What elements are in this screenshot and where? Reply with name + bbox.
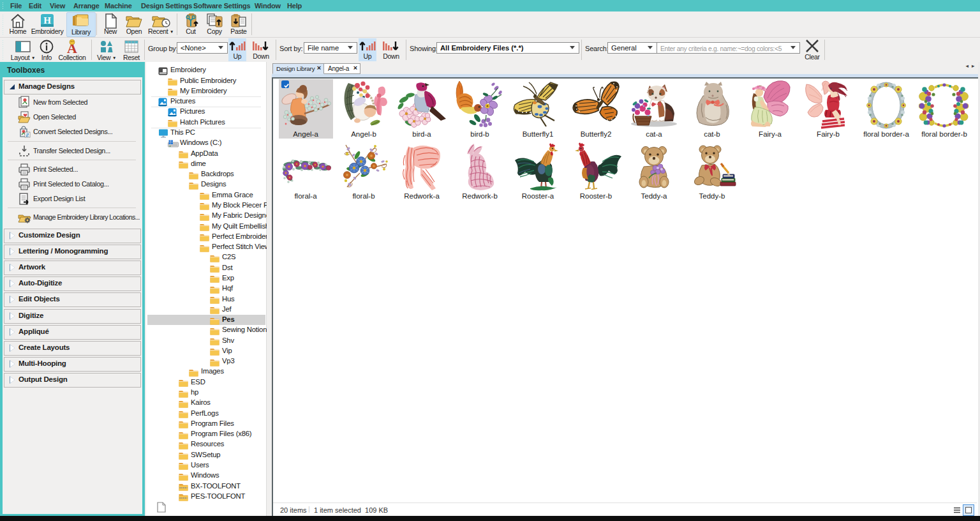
svg-text:H: H bbox=[43, 15, 51, 26]
